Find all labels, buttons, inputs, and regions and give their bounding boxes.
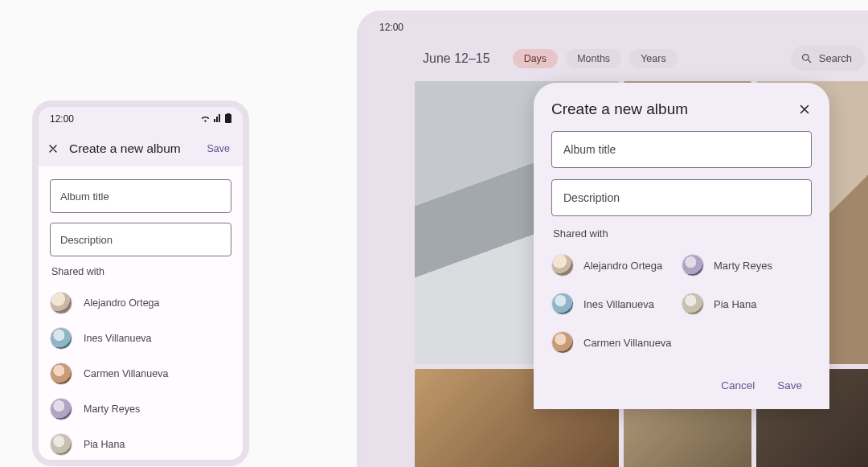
- list-item[interactable]: Carmen Villanueva: [50, 356, 231, 391]
- album-title-placeholder: Album title: [563, 143, 616, 156]
- shared-with-label: Shared with: [51, 266, 231, 277]
- contact-name: Alejandro Ortega: [583, 260, 662, 272]
- segment-days[interactable]: Days: [513, 49, 558, 68]
- contact-name: Marty Reyes: [714, 260, 772, 272]
- avatar: [682, 293, 704, 315]
- list-item[interactable]: Ines Villanueva: [50, 321, 231, 356]
- close-icon[interactable]: [797, 102, 812, 117]
- avatar: [551, 293, 574, 315]
- contact-name: Marty Reyes: [84, 404, 140, 415]
- list-item[interactable]: Pia Hana: [682, 285, 812, 323]
- dialog-title: Create a new album: [551, 100, 797, 118]
- search-placeholder: Search: [819, 52, 852, 64]
- avatar: [551, 331, 574, 354]
- avatar: [50, 398, 72, 420]
- phone-status-bar: 12:00: [39, 107, 243, 131]
- cellular-icon: [213, 113, 223, 125]
- battery-icon: [225, 113, 231, 125]
- segment-months[interactable]: Months: [566, 49, 621, 68]
- contacts-grid: Alejandro Ortega Ines Villanueva Carmen …: [551, 246, 812, 362]
- list-item[interactable]: Marty Reyes: [50, 391, 231, 427]
- album-title-placeholder: Album title: [60, 190, 109, 203]
- close-icon[interactable]: [47, 142, 59, 155]
- contact-name: Carmen Villanueva: [583, 337, 672, 349]
- description-input[interactable]: Description: [50, 223, 231, 256]
- avatar: [50, 327, 72, 350]
- list-item[interactable]: Alejandro Ortega: [50, 285, 231, 321]
- avatar: [50, 363, 72, 385]
- list-item[interactable]: Pia Hana: [50, 427, 231, 462]
- list-item[interactable]: Marty Reyes: [682, 246, 812, 285]
- date-range: June 12–15: [423, 51, 490, 66]
- status-icons: [200, 113, 231, 125]
- phone-top-app-bar: Create a new album Save: [39, 131, 243, 166]
- album-title-input[interactable]: Album title: [551, 131, 812, 168]
- list-item[interactable]: Ines Villanueva: [551, 285, 682, 323]
- avatar: [50, 433, 72, 456]
- shared-with-label: Shared with: [553, 227, 812, 240]
- tablet-status-bar: 12:00: [365, 18, 868, 39]
- list-item[interactable]: Alejandro Ortega: [551, 246, 682, 285]
- segmented-control: Days Months Years: [513, 49, 678, 68]
- phone-save-button[interactable]: Save: [203, 138, 235, 159]
- create-album-dialog: Create a new album Album title Descripti…: [534, 83, 829, 409]
- contact-name: Pia Hana: [714, 298, 756, 310]
- contact-name: Pia Hana: [84, 439, 125, 450]
- dialog-header: Create a new album: [551, 100, 812, 118]
- phone-title: Create a new album: [69, 141, 193, 156]
- tablet-header: June 12–15 Days Months Years Search: [365, 39, 868, 82]
- description-placeholder: Description: [563, 191, 620, 204]
- contact-name: Alejandro Ortega: [84, 297, 160, 309]
- tablet-frame: 12:00 June 12–15 Days Months Years Searc…: [357, 10, 868, 467]
- album-title-input[interactable]: Album title: [50, 179, 231, 213]
- list-item[interactable]: Carmen Villanueva: [551, 323, 682, 362]
- svg-point-0: [802, 55, 809, 61]
- save-button[interactable]: Save: [768, 373, 812, 398]
- search-input[interactable]: Search: [791, 46, 865, 71]
- phone-body: Album title Description Shared with Alej…: [39, 166, 243, 460]
- contact-name: Ines Villanueva: [583, 298, 654, 310]
- cancel-button[interactable]: Cancel: [711, 373, 764, 398]
- contact-name: Ines Villanueva: [84, 333, 152, 344]
- phone-frame: 12:00 Create a new album Save Album titl…: [32, 100, 249, 466]
- description-placeholder: Description: [60, 234, 113, 246]
- status-time: 12:00: [50, 113, 74, 125]
- avatar: [50, 292, 72, 314]
- description-input[interactable]: Description: [551, 179, 812, 216]
- search-icon: [800, 52, 813, 64]
- avatar: [551, 254, 574, 277]
- segment-years[interactable]: Years: [629, 49, 678, 68]
- contact-name: Carmen Villanueva: [84, 368, 168, 379]
- status-time: 12:00: [379, 22, 403, 33]
- dialog-actions: Cancel Save: [551, 373, 812, 398]
- avatar: [682, 254, 704, 277]
- wifi-icon: [200, 113, 211, 125]
